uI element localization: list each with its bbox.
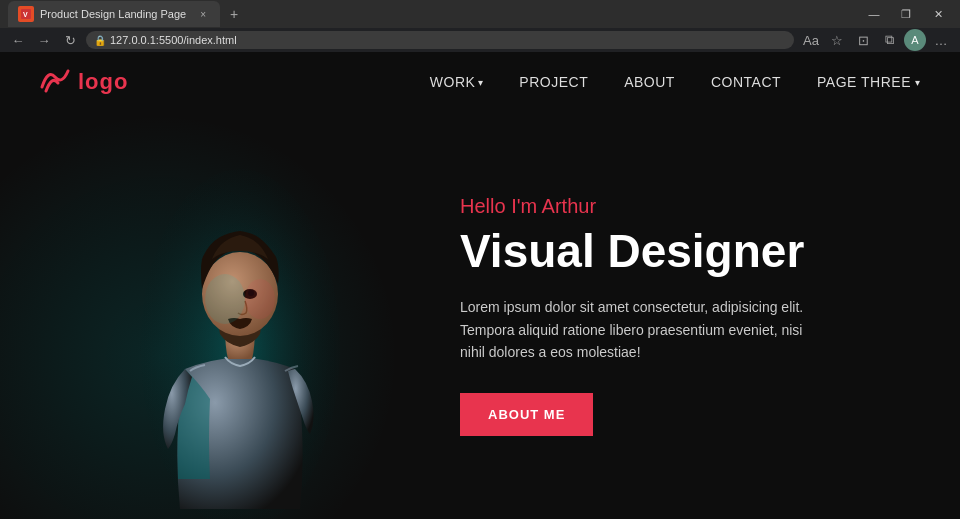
nav-item-project[interactable]: PROJECT bbox=[519, 73, 588, 91]
new-tab-button[interactable]: + bbox=[224, 4, 244, 24]
hero-section: Hello I'm Arthur Visual Designer Lorem i… bbox=[0, 112, 960, 519]
browser-tab[interactable]: V Product Design Landing Page × bbox=[8, 1, 220, 27]
nav-link-project[interactable]: PROJECT bbox=[519, 74, 588, 90]
hero-description: Lorem ipsum dolor sit amet consectetur, … bbox=[460, 296, 820, 363]
window-controls: — ❐ ✕ bbox=[860, 1, 952, 27]
profile-avatar[interactable]: A bbox=[904, 29, 926, 51]
tab-favicon: V bbox=[18, 6, 34, 22]
logo-area: logo bbox=[40, 67, 128, 97]
svg-point-7 bbox=[245, 279, 275, 319]
nav-item-about[interactable]: ABOUT bbox=[624, 73, 675, 91]
nav-item-work[interactable]: WORK ▾ bbox=[430, 74, 484, 90]
hero-greeting: Hello I'm Arthur bbox=[460, 195, 900, 218]
nav-links: WORK ▾ PROJECT ABOUT CONTACT PAGE THREE … bbox=[430, 73, 920, 91]
lock-icon: 🔒 bbox=[94, 35, 106, 46]
svg-text:V: V bbox=[23, 11, 28, 18]
nav-link-page-three[interactable]: PAGE THREE bbox=[817, 74, 911, 90]
restore-button[interactable]: ❐ bbox=[892, 1, 920, 27]
hero-image-area bbox=[60, 112, 420, 519]
nav-link-contact[interactable]: CONTACT bbox=[711, 74, 781, 90]
title-bar: V Product Design Landing Page × + — ❐ ✕ bbox=[0, 0, 960, 28]
nav-link-about[interactable]: ABOUT bbox=[624, 74, 675, 90]
address-bar[interactable]: 🔒 127.0.0.1:5500/index.html bbox=[86, 31, 794, 49]
address-text: 127.0.0.1:5500/index.html bbox=[110, 34, 237, 46]
address-bar-row: ← → ↻ 🔒 127.0.0.1:5500/index.html Aa ☆ ⊡… bbox=[0, 28, 960, 52]
nav-item-page-three[interactable]: PAGE THREE ▾ bbox=[817, 74, 920, 90]
work-dropdown-arrow: ▾ bbox=[478, 77, 483, 88]
hero-content: Hello I'm Arthur Visual Designer Lorem i… bbox=[420, 195, 960, 437]
about-me-button[interactable]: ABOUT ME bbox=[460, 393, 593, 436]
collections-icon[interactable]: ⊡ bbox=[852, 29, 874, 51]
person-figure bbox=[130, 149, 350, 519]
navbar: logo WORK ▾ PROJECT ABOUT CONTACT PAGE T… bbox=[0, 52, 960, 112]
settings-icon[interactable]: … bbox=[930, 29, 952, 51]
tab-close-button[interactable]: × bbox=[196, 7, 210, 21]
website-content: logo WORK ▾ PROJECT ABOUT CONTACT PAGE T… bbox=[0, 52, 960, 519]
toolbar-icons: Aa ☆ ⊡ ⧉ A … bbox=[800, 29, 952, 51]
forward-button[interactable]: → bbox=[34, 30, 54, 50]
reader-mode-icon[interactable]: Aa bbox=[800, 29, 822, 51]
svg-point-6 bbox=[205, 274, 245, 324]
nav-item-contact[interactable]: CONTACT bbox=[711, 73, 781, 91]
close-button[interactable]: ✕ bbox=[924, 1, 952, 27]
logo-icon bbox=[40, 67, 70, 97]
refresh-button[interactable]: ↻ bbox=[60, 30, 80, 50]
logo-text: logo bbox=[78, 69, 128, 95]
extensions-icon[interactable]: ⧉ bbox=[878, 29, 900, 51]
nav-link-work[interactable]: WORK bbox=[430, 74, 476, 90]
favorites-icon[interactable]: ☆ bbox=[826, 29, 848, 51]
tab-title: Product Design Landing Page bbox=[40, 8, 186, 20]
hero-title: Visual Designer bbox=[460, 226, 900, 277]
minimize-button[interactable]: — bbox=[860, 1, 888, 27]
page-three-dropdown-arrow: ▾ bbox=[915, 77, 920, 88]
browser-chrome: V Product Design Landing Page × + — ❐ ✕ … bbox=[0, 0, 960, 52]
back-button[interactable]: ← bbox=[8, 30, 28, 50]
